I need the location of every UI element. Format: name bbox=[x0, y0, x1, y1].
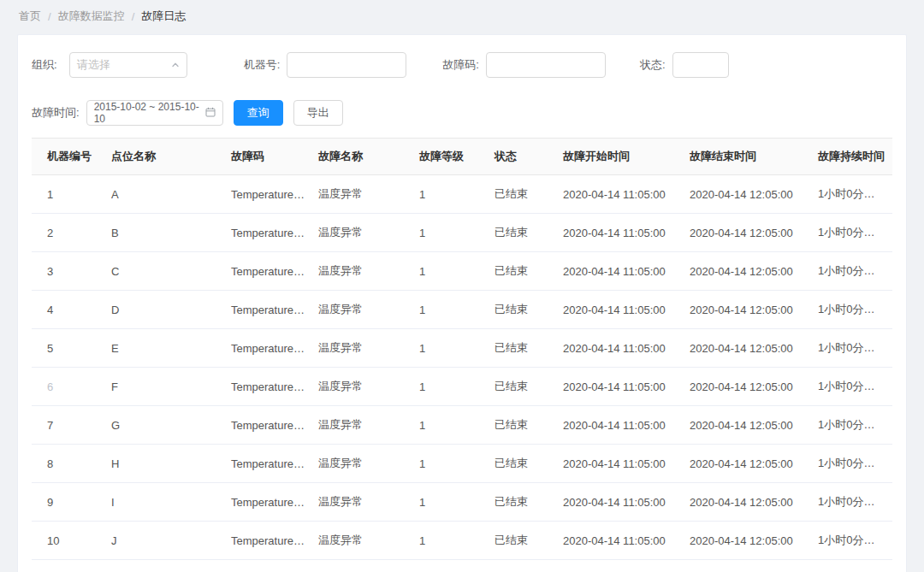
table-cell: 2 bbox=[32, 214, 104, 252]
table-cell: 4 bbox=[32, 291, 104, 329]
table-cell: 2020-04-14 11:05:00 bbox=[556, 483, 683, 522]
table-cell: 1小时0分钟0秒 bbox=[811, 252, 892, 291]
breadcrumb-fault-monitor[interactable]: 故障数据监控 bbox=[58, 9, 125, 24]
table-cell: F bbox=[104, 368, 224, 406]
table-cell: TemperatureAlarm bbox=[224, 483, 311, 522]
table-row: 1ATemperatureAlarm温度异常1已结束2020-04-14 11:… bbox=[32, 175, 892, 214]
table-cell: 1小时0分钟0秒 bbox=[811, 329, 892, 368]
table-cell: E bbox=[104, 329, 224, 368]
table-row: 10JTemperatureAlarm温度异常1已结束2020-04-14 11… bbox=[32, 522, 892, 560]
fault-time-label: 故障时间: bbox=[32, 105, 80, 121]
breadcrumb-separator: / bbox=[48, 10, 51, 23]
table-cell: TemperatureAlarm bbox=[224, 175, 311, 214]
table-cell: 已结束 bbox=[488, 291, 556, 329]
table-cell: 2020-04-14 12:05:00 bbox=[683, 175, 811, 214]
table-cell: 1 bbox=[32, 175, 104, 214]
table-cell: 1小时0分钟0秒 bbox=[811, 175, 892, 214]
table-row: 9ITemperatureAlarm温度异常1已结束2020-04-14 11:… bbox=[32, 483, 892, 522]
table-cell: 2020-04-14 11:05:00 bbox=[556, 291, 683, 329]
table-cell: 2020-04-14 12:05:00 bbox=[683, 252, 811, 291]
table-row: 8HTemperatureAlarm温度异常1已结束2020-04-14 11:… bbox=[32, 445, 892, 483]
table-cell: 2020-04-14 11:05:00 bbox=[556, 406, 683, 445]
table-cell: 2020-04-14 12:05:00 bbox=[683, 291, 811, 329]
table-cell: 2020-04-14 11:05:00 bbox=[556, 175, 683, 214]
breadcrumb-home[interactable]: 首页 bbox=[19, 9, 41, 24]
breadcrumb-separator: / bbox=[132, 10, 135, 23]
column-header: 故障等级 bbox=[412, 139, 488, 175]
table-cell: 已结束 bbox=[488, 445, 556, 483]
table-cell: TemperatureAlarm bbox=[224, 252, 311, 291]
table-cell: 已结束 bbox=[488, 522, 556, 560]
date-range-picker[interactable]: 2015-10-02 ~ 2015-10-10 bbox=[86, 100, 223, 126]
table-cell: 温度异常 bbox=[311, 368, 412, 406]
table-cell: 1 bbox=[412, 329, 488, 368]
table-cell: 2020-04-14 12:05:00 bbox=[683, 368, 811, 406]
fault-code-filter: 故障码: bbox=[442, 52, 606, 78]
org-select-placeholder: 请选择 bbox=[77, 57, 110, 73]
table-cell: 3 bbox=[32, 252, 104, 291]
table-cell: 温度异常 bbox=[311, 291, 412, 329]
table-cell: H bbox=[104, 445, 224, 483]
table-cell: 已结束 bbox=[488, 368, 556, 406]
table-cell: 2020-04-14 12:05:00 bbox=[683, 406, 811, 445]
table-cell: 温度异常 bbox=[311, 406, 412, 445]
query-button[interactable]: 查询 bbox=[234, 100, 283, 126]
machine-input[interactable] bbox=[287, 52, 406, 78]
table-header-row: 机器编号点位名称故障码故障名称故障等级状态故障开始时间故障结束时间故障持续时间 bbox=[32, 139, 892, 175]
table-cell: 已结束 bbox=[488, 483, 556, 522]
column-header: 故障结束时间 bbox=[683, 139, 811, 175]
table-cell: 温度异常 bbox=[311, 483, 412, 522]
filter-row-1: 组织: 请选择 机器号: 故障码: 状态: bbox=[32, 52, 892, 78]
table-row: 5ETemperatureAlarm温度异常1已结束2020-04-14 11:… bbox=[32, 329, 892, 368]
status-filter: 状态: bbox=[640, 52, 729, 78]
table-cell: 已结束 bbox=[488, 329, 556, 368]
export-button[interactable]: 导出 bbox=[293, 100, 343, 126]
breadcrumb-fault-log: 故障日志 bbox=[141, 9, 186, 24]
column-header: 故障名称 bbox=[311, 139, 412, 175]
table-row: 3CTemperatureAlarm温度异常1已结束2020-04-14 11:… bbox=[32, 252, 892, 291]
table-cell: 1小时0分钟0秒 bbox=[811, 368, 892, 406]
table-cell: TemperatureAlarm bbox=[224, 522, 311, 560]
table-cell: 已结束 bbox=[488, 252, 556, 291]
machine-filter: 机器号: bbox=[244, 52, 407, 78]
table-cell: 2020-04-14 11:05:00 bbox=[556, 445, 683, 483]
table-cell: TemperatureAlarm bbox=[224, 368, 311, 406]
table-cell: 温度异常 bbox=[311, 252, 412, 291]
table-cell: 1 bbox=[412, 522, 488, 560]
table-cell: 1 bbox=[412, 406, 488, 445]
status-input[interactable] bbox=[672, 52, 729, 78]
table-cell: 温度异常 bbox=[311, 522, 412, 560]
table-cell: 2020-04-14 12:05:00 bbox=[683, 329, 811, 368]
table-cell: G bbox=[104, 406, 224, 445]
table-row: 2BTemperatureAlarm温度异常1已结束2020-04-14 11:… bbox=[32, 214, 892, 252]
table-cell: 2020-04-14 11:05:00 bbox=[556, 522, 683, 560]
table-cell: 1 bbox=[412, 445, 488, 483]
table-cell: 温度异常 bbox=[311, 445, 412, 483]
org-select[interactable]: 请选择 bbox=[69, 52, 187, 78]
calendar-icon bbox=[205, 107, 216, 120]
table-row: 4DTemperatureAlarm温度异常1已结束2020-04-14 11:… bbox=[32, 291, 892, 329]
table-cell: 温度异常 bbox=[311, 214, 412, 252]
org-filter: 组织: 请选择 bbox=[32, 52, 187, 78]
table-cell: TemperatureAlarm bbox=[224, 291, 311, 329]
table-cell: D bbox=[104, 291, 224, 329]
table-body: 1ATemperatureAlarm温度异常1已结束2020-04-14 11:… bbox=[32, 175, 892, 560]
column-header: 故障开始时间 bbox=[556, 139, 683, 175]
table-cell: 已结束 bbox=[488, 214, 556, 252]
fault-code-input[interactable] bbox=[486, 52, 606, 78]
table-cell: 1小时0分钟0秒 bbox=[811, 522, 892, 560]
column-header: 点位名称 bbox=[104, 139, 224, 175]
table-row: 6FTemperatureAlarm温度异常1已结束2020-04-14 11:… bbox=[32, 368, 892, 406]
column-header: 机器编号 bbox=[32, 139, 104, 175]
table-cell: 8 bbox=[32, 445, 104, 483]
table-cell: 7 bbox=[32, 406, 104, 445]
table-cell: B bbox=[104, 214, 224, 252]
table-cell: 1 bbox=[412, 368, 488, 406]
table-cell: 2020-04-14 11:05:00 bbox=[556, 252, 683, 291]
table-cell: 1 bbox=[412, 214, 488, 252]
table-cell: 2020-04-14 12:05:00 bbox=[683, 522, 811, 560]
status-label: 状态: bbox=[640, 57, 666, 73]
table-cell: 2020-04-14 11:05:00 bbox=[556, 329, 683, 368]
machine-label: 机器号: bbox=[244, 57, 281, 73]
table-cell: 2020-04-14 12:05:00 bbox=[683, 483, 811, 522]
